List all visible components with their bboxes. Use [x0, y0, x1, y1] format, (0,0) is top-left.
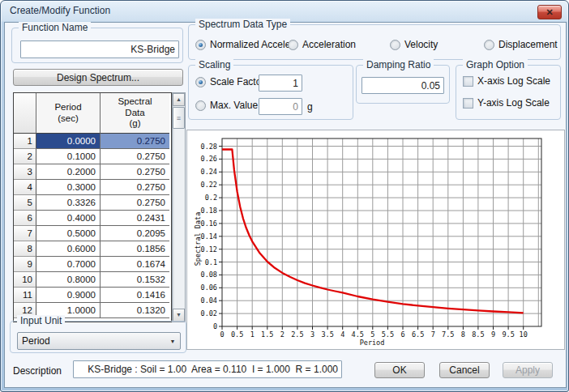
radio-scale-factor[interactable]: Scale Factor: [195, 76, 264, 87]
svg-text:4: 4: [340, 330, 344, 339]
svg-text:2: 2: [280, 330, 284, 339]
period-cell[interactable]: 0.3000: [36, 180, 101, 195]
svg-text:0.12: 0.12: [201, 245, 217, 254]
scale-factor-input[interactable]: [259, 75, 302, 92]
row-header-cell[interactable]: 5: [14, 195, 36, 211]
svg-text:7: 7: [431, 330, 435, 339]
spectral-data-cell[interactable]: 0.1674: [101, 257, 169, 272]
dialog-body: Function Name Spectrum Data Type Normali…: [4, 22, 567, 388]
svg-text:3.5: 3.5: [321, 330, 333, 339]
period-cell[interactable]: 0.1000: [36, 149, 101, 164]
svg-text:0.24: 0.24: [201, 168, 217, 176]
spectral-data-cell[interactable]: 0.2750: [101, 180, 169, 195]
svg-text:1.5: 1.5: [261, 330, 273, 339]
damping-ratio-input[interactable]: [362, 77, 444, 94]
table-corner-cell: [14, 93, 36, 134]
svg-text:0.22: 0.22: [201, 181, 217, 189]
svg-text:5.5: 5.5: [382, 330, 394, 339]
row-header-cell[interactable]: 1: [14, 134, 36, 149]
spectral-data-cell[interactable]: 0.1532: [101, 272, 169, 288]
svg-text:0.16: 0.16: [201, 219, 217, 228]
spectral-data-cell[interactable]: 0.2750: [101, 149, 169, 164]
row-header-cell[interactable]: 11: [14, 288, 36, 303]
close-button[interactable]: ✕: [537, 5, 562, 19]
row-header-cell[interactable]: 9: [14, 257, 36, 272]
radio-max-value[interactable]: Max. Value: [195, 100, 258, 111]
max-value-input[interactable]: [259, 98, 302, 115]
spectral-data-cell[interactable]: 0.1416: [101, 288, 169, 303]
description-label: Description: [13, 365, 62, 377]
description-input[interactable]: [73, 360, 342, 378]
row-header-cell[interactable]: 4: [14, 180, 36, 195]
radio-acceleration[interactable]: Acceleration: [288, 39, 356, 50]
row-header-cell[interactable]: 10: [14, 272, 36, 288]
row-header-cell[interactable]: 8: [14, 241, 36, 257]
spectral-data-cell[interactable]: 0.2750: [101, 164, 169, 180]
design-spectrum-button[interactable]: Design Spectrum...: [13, 69, 183, 86]
spectral-data-cell[interactable]: 0.2431: [101, 211, 169, 226]
scaling-group: Scaling Scale Factor Max. Value g: [188, 65, 353, 120]
row-header-cell[interactable]: 3: [14, 164, 36, 180]
apply-button[interactable]: Apply: [503, 362, 553, 378]
svg-text:1: 1: [250, 330, 255, 339]
spectral-data-cell[interactable]: 0.2750: [101, 134, 169, 149]
period-cell[interactable]: 0.6000: [36, 241, 101, 257]
radio-label: Displacement: [498, 39, 558, 50]
input-unit-group: Input Unit Period ▼: [10, 321, 186, 353]
table-row: 40.30000.2750: [14, 180, 171, 195]
row-header-cell[interactable]: 6: [14, 211, 36, 226]
function-name-label: Function Name: [19, 22, 91, 34]
radio-icon: [390, 40, 400, 50]
cancel-button[interactable]: Cancel: [439, 362, 490, 378]
damping-ratio-group: Damping Ratio: [356, 65, 450, 104]
checkbox-y-axis-log-scale[interactable]: Y-axis Log Scale: [463, 97, 550, 109]
row-header-cell[interactable]: 7: [14, 226, 36, 241]
table-row: 30.20000.2750: [14, 164, 171, 180]
input-unit-dropdown[interactable]: Period ▼: [17, 332, 181, 350]
period-cell[interactable]: 0.0000: [36, 134, 101, 149]
svg-text:0.1: 0.1: [205, 258, 217, 266]
spectral-data-cell[interactable]: 0.1856: [101, 241, 169, 257]
svg-text:0.02: 0.02: [201, 309, 217, 317]
period-cell[interactable]: 0.8000: [36, 272, 101, 288]
svg-text:9: 9: [491, 330, 495, 339]
period-cell[interactable]: 0.7000: [36, 257, 101, 272]
svg-text:Spectral Data: Spectral Data: [194, 212, 202, 266]
svg-text:8.5: 8.5: [472, 330, 484, 339]
svg-text:0.28: 0.28: [201, 143, 217, 151]
svg-text:5: 5: [370, 330, 374, 339]
spectral-data-cell[interactable]: 0.1320: [101, 303, 169, 318]
period-cell[interactable]: 0.3326: [36, 195, 101, 211]
svg-text:0.5: 0.5: [231, 330, 243, 339]
svg-text:Period: Period: [360, 339, 385, 347]
svg-text:6.5: 6.5: [412, 330, 424, 339]
function-name-input[interactable]: [20, 40, 179, 58]
row-header-cell[interactable]: 2: [14, 149, 36, 164]
spectral-data-cell[interactable]: 0.2095: [101, 226, 169, 241]
scrollbar-thumb[interactable]: ≡: [173, 107, 185, 129]
radio-icon: [195, 100, 206, 111]
table-row: 10.00000.2750: [14, 134, 171, 149]
scroll-down-button[interactable]: ▼: [173, 309, 185, 322]
graph-option-group: Graph Option X-axis Log ScaleY-axis Log …: [456, 65, 561, 120]
period-cell[interactable]: 0.5000: [36, 226, 101, 241]
input-unit-value: Period: [18, 335, 165, 347]
checkbox-label: X-axis Log Scale: [477, 75, 550, 87]
period-cell[interactable]: 0.4000: [36, 211, 101, 226]
radio-velocity[interactable]: Velocity: [390, 39, 438, 50]
spectral-data-cell[interactable]: 0.2750: [101, 195, 169, 211]
table-scrollbar[interactable]: ▲ ≡ ▼: [172, 92, 186, 322]
table-row: 90.70000.1674: [14, 257, 171, 272]
scaling-label: Scaling: [195, 59, 233, 71]
svg-text:0: 0: [220, 330, 224, 339]
checkbox-x-axis-log-scale[interactable]: X-axis Log Scale: [463, 75, 550, 87]
table-row: 20.10000.2750: [14, 149, 171, 164]
table-row: 50.33260.2750: [14, 195, 171, 211]
radio-normalized-accele[interactable]: Normalized Accele: [195, 39, 290, 50]
radio-displacement[interactable]: Displacement: [484, 39, 558, 50]
period-cell[interactable]: 0.9000: [36, 288, 101, 303]
ok-button[interactable]: OK: [374, 362, 425, 378]
scroll-up-button[interactable]: ▲: [173, 93, 185, 106]
period-cell[interactable]: 0.2000: [36, 164, 101, 180]
svg-text:7.5: 7.5: [442, 330, 454, 339]
